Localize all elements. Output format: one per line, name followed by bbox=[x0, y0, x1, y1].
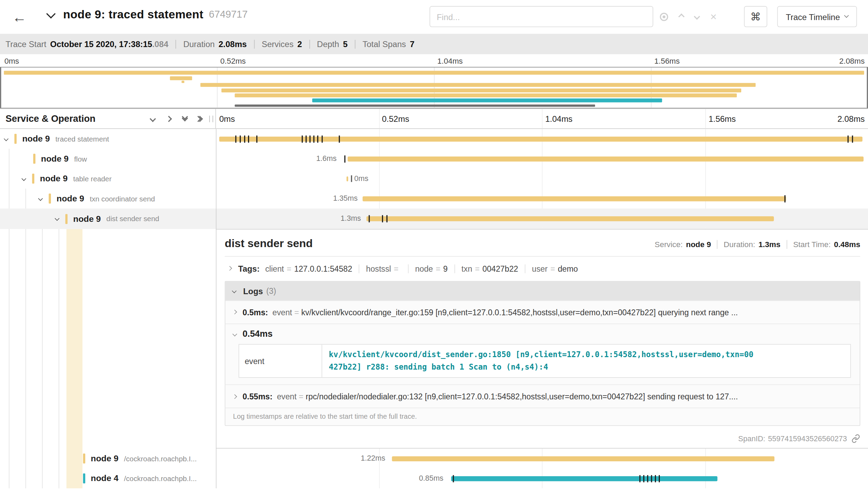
log-key: event bbox=[239, 345, 322, 378]
tag-value: 9 bbox=[443, 264, 448, 273]
span-tick bbox=[639, 475, 640, 482]
chevron-down-icon bbox=[844, 13, 849, 18]
span-tick bbox=[659, 475, 659, 482]
log-entry-collapsed[interactable]: 0.5ms: event = kv/kvclient/kvcoord/range… bbox=[225, 300, 860, 324]
span-bar-cell[interactable]: 1.3ms bbox=[216, 209, 868, 229]
span-duration-bar[interactable] bbox=[366, 216, 774, 221]
span-tick bbox=[655, 475, 656, 482]
operation-name: /cockroach.roachpb.I... bbox=[124, 474, 197, 482]
collapse-chevron-icon[interactable] bbox=[21, 176, 26, 181]
log-value: kv/kvclient/kvcoord/range_iter.go:159 [n… bbox=[301, 308, 738, 317]
span-duration-bar[interactable] bbox=[392, 456, 774, 461]
span-tree-item[interactable]: node 9 txn coordinator send bbox=[0, 189, 216, 209]
span-id-value: 5597415943526560273 bbox=[768, 434, 847, 443]
start-time-value: 0.48ms bbox=[834, 240, 860, 249]
span-bar-cell[interactable]: 1.22ms bbox=[216, 449, 868, 469]
collapse-all-double-chevron-down-icon[interactable] bbox=[183, 117, 187, 120]
focus-match-icon[interactable] bbox=[660, 12, 668, 21]
tag-key: client bbox=[265, 264, 284, 273]
duration-value: 2.08ms bbox=[219, 39, 247, 48]
span-duration-bar[interactable] bbox=[346, 176, 348, 181]
span-duration-bar[interactable] bbox=[451, 476, 718, 481]
minimap-range-selector[interactable] bbox=[0, 67, 868, 108]
keyboard-shortcuts-button[interactable]: ⌘ bbox=[744, 6, 767, 27]
span-id-row: SpanID: 5597415943526560273 bbox=[738, 434, 860, 443]
log-entry-header[interactable]: 0.54ms bbox=[233, 329, 852, 339]
duration-value: 1.3ms bbox=[759, 240, 780, 249]
find-controls: × bbox=[660, 6, 717, 27]
span-tick bbox=[309, 135, 310, 143]
back-button[interactable]: ← bbox=[8, 8, 31, 26]
span-duration-bar[interactable] bbox=[363, 196, 786, 201]
expand-one-chevron-right-icon[interactable] bbox=[166, 116, 172, 122]
operation-name: /cockroach.roachpb.I... bbox=[124, 454, 197, 463]
minimap-span-bar bbox=[170, 76, 192, 80]
range-handle-right[interactable] bbox=[867, 67, 868, 108]
logs-accordion-header[interactable]: Logs (3) bbox=[225, 281, 860, 300]
prev-match-chevron-icon[interactable] bbox=[678, 13, 684, 20]
span-rows-area: node 9 traced statement bbox=[0, 129, 868, 488]
span-bar-cell[interactable]: 1.35ms bbox=[216, 189, 868, 209]
tag-key: node bbox=[415, 264, 433, 273]
span-bar-cell[interactable] bbox=[216, 129, 868, 149]
range-handle-left[interactable] bbox=[1, 67, 1, 108]
span-tree-item[interactable]: node 9 table reader bbox=[0, 169, 216, 189]
back-arrow-icon: ← bbox=[12, 9, 27, 25]
minimap-span-bar bbox=[235, 105, 595, 107]
span-bar-cell[interactable]: 0ms bbox=[216, 169, 868, 189]
find-input[interactable] bbox=[429, 6, 653, 27]
log-timestamp: 0.5ms: bbox=[242, 308, 268, 317]
minimap-span-bar bbox=[201, 83, 756, 87]
minimap-span-bar bbox=[181, 81, 184, 83]
operation-name: traced statement bbox=[55, 135, 109, 143]
next-match-chevron-icon[interactable] bbox=[694, 13, 700, 20]
top-bar: ← node 9: traced statement 6749717 × ⌘ T… bbox=[0, 0, 868, 34]
span-detail-meta: Service: node 9 Duration: 1.3ms Start Ti… bbox=[655, 240, 860, 249]
chevron-right-icon bbox=[227, 266, 232, 271]
operation-name: dist sender send bbox=[106, 215, 159, 223]
log-value-cell: kv/kvclient/kvcoord/dist_sender.go:1850 … bbox=[322, 345, 850, 378]
divider bbox=[454, 264, 455, 273]
collapse-chevron-icon[interactable] bbox=[4, 136, 9, 141]
divider bbox=[225, 256, 860, 257]
chevron-right-icon bbox=[232, 310, 237, 315]
deep-link-icon[interactable] bbox=[851, 434, 860, 443]
log-entry-collapsed[interactable]: 0.55ms: event = rpc/nodedialer/nodediale… bbox=[225, 384, 860, 408]
minimap-span-bar bbox=[4, 71, 864, 75]
span-tick bbox=[651, 475, 652, 482]
span-tick bbox=[382, 215, 383, 222]
expand-all-double-chevron-right-icon[interactable] bbox=[199, 116, 202, 121]
span-duration-bar[interactable] bbox=[348, 156, 864, 161]
divider bbox=[787, 240, 787, 249]
span-tree-item[interactable]: node 9 flow bbox=[0, 149, 216, 169]
span-bar-cell[interactable]: 0.85ms bbox=[216, 469, 868, 489]
equals-sign: = bbox=[475, 264, 480, 273]
span-tree-item[interactable]: node 9 traced statement bbox=[0, 129, 216, 149]
collapse-chevron-icon[interactable] bbox=[38, 196, 43, 201]
log-value: rpc/nodedialer/nodedialer.go:132 [n9,cli… bbox=[306, 392, 738, 401]
axis-tick-label: 1.56ms bbox=[709, 114, 736, 123]
column-resizer-grip[interactable] bbox=[209, 116, 213, 122]
span-bar-cell[interactable]: 1.6ms bbox=[216, 149, 868, 169]
log-key: event bbox=[277, 392, 296, 401]
log-timestamp: 0.54ms bbox=[242, 329, 273, 339]
tags-accordion[interactable]: Tags: client=127.0.0.1:54582 hostssl= no… bbox=[225, 264, 860, 273]
panel-splitter[interactable] bbox=[216, 129, 216, 488]
span-tree-item[interactable]: node 4 /cockroach.roachpb.I... bbox=[0, 469, 216, 489]
clear-search-icon[interactable]: × bbox=[710, 11, 717, 22]
trace-collapse-chevron-icon[interactable] bbox=[46, 9, 55, 18]
span-tree-item[interactable]: node 9 dist sender send bbox=[0, 209, 216, 229]
span-row-dist-sender-send: node 9 dist sender send 1.3ms bbox=[0, 209, 868, 229]
gridline bbox=[379, 109, 380, 128]
span-duration-label: 0ms bbox=[354, 174, 369, 182]
trace-minimap: 0ms 0.52ms 1.04ms 1.56ms 2.08ms bbox=[0, 54, 868, 109]
view-selector-button[interactable]: Trace Timeline bbox=[777, 6, 857, 27]
logs-accordion: Logs (3) 0.5ms: event = kv/kvclient/kvco… bbox=[225, 281, 860, 426]
collapse-chevron-icon[interactable] bbox=[55, 216, 60, 221]
collapse-one-chevron-down-icon[interactable] bbox=[150, 116, 156, 122]
minimap-span-bar bbox=[312, 98, 662, 102]
span-tick bbox=[369, 215, 369, 222]
span-duration-bar[interactable] bbox=[219, 136, 862, 141]
span-tree-item[interactable]: node 9 /cockroach.roachpb.I... bbox=[0, 449, 216, 469]
divider bbox=[355, 39, 355, 48]
